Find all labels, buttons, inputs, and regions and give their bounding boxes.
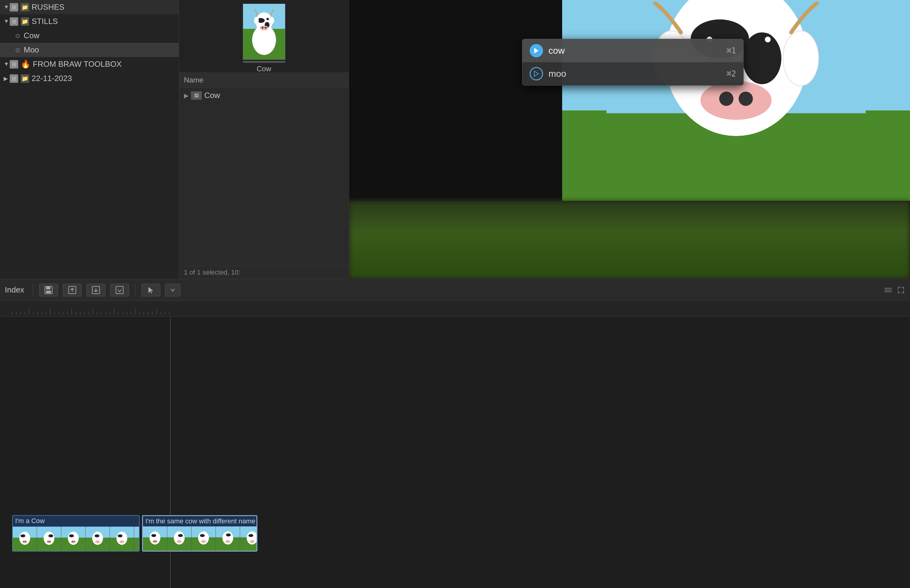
svg-point-118: [154, 541, 155, 542]
svg-point-22: [756, 33, 774, 51]
cow-thumbnail-svg: [243, 4, 285, 60]
video-clip-1[interactable]: I'm a Cow: [12, 515, 140, 552]
fire-icon: 🔥: [21, 60, 30, 69]
svg-point-81: [23, 540, 27, 543]
toolbar-divider-1: [33, 284, 33, 296]
clip-1-filmstrip: [13, 527, 139, 551]
save-icon: [44, 286, 53, 294]
toolbar-btn-import[interactable]: [87, 284, 105, 296]
preview-cow-svg: [562, 0, 910, 201]
timeline-tracks: I'm a Cow: [0, 317, 910, 588]
frame-svg-c2-5: [240, 527, 257, 551]
media-thumbnail-area: Cow: [179, 0, 349, 73]
sidebar: ▼ ⊞ 📁 RUSHES ▼ ⊞ 📁 STILLS ⊙ Cow ⊙ Moo: [0, 0, 179, 279]
sidebar-item-rushes[interactable]: ▼ ⊞ 📁 RUSHES: [0, 0, 179, 14]
svg-point-11: [254, 17, 259, 24]
arrow-icon: ▼: [4, 4, 10, 10]
toolbar-divider-2: [135, 284, 136, 296]
bottom-section: Index: [0, 279, 910, 588]
svg-point-138: [249, 534, 254, 537]
zoom-icon: [883, 286, 893, 294]
clip-row: I'm a Cow: [0, 515, 910, 552]
filmstrip-frame: [134, 527, 139, 551]
svg-point-95: [71, 540, 76, 543]
preview-dark-left: [349, 0, 562, 201]
svg-point-6: [260, 26, 268, 30]
toolbar-btn-dropdown[interactable]: [165, 284, 180, 296]
braw-arrow-icon: ▼: [4, 61, 10, 67]
clip-1-title: I'm a Cow: [13, 516, 139, 526]
svg-point-87: [48, 534, 53, 537]
svg-rect-31: [46, 291, 51, 293]
dropdown-item-moo[interactable]: moo ⌘2: [522, 62, 744, 85]
moo-link-icon: ⊙: [15, 47, 21, 54]
frame-svg: [13, 527, 37, 551]
cursor-icon: [146, 286, 156, 294]
sidebar-item-from-braw[interactable]: ▼ ⊞ 🔥 FROM BRAW TOOLBOX: [0, 57, 179, 71]
dropdown-moo-shortcut: ⌘2: [727, 69, 736, 78]
svg-rect-38: [0, 301, 910, 315]
dropdown-overlay: cow ⌘1 moo ⌘2: [522, 39, 744, 86]
arrow-right-outline-icon: [532, 70, 540, 78]
rushes-folder-icon: 📁: [21, 3, 29, 11]
item-expand-arrow: ▶: [184, 92, 189, 99]
svg-point-20: [739, 92, 753, 106]
cow-thumbnail[interactable]: [243, 4, 285, 60]
filmstrip-frame: [37, 527, 61, 551]
svg-point-133: [226, 533, 231, 536]
ruler-svg: [0, 301, 910, 315]
media-status: 1 of 1 selected, 10:: [179, 266, 349, 279]
video-clip-2[interactable]: I'm the same cow with different name: [142, 515, 257, 552]
toolbar-btn-save[interactable]: [39, 284, 58, 296]
svg-point-134: [226, 540, 230, 543]
date-folder-icon: 📁: [21, 74, 29, 83]
dropdown-item-cow[interactable]: cow ⌘1: [522, 39, 744, 62]
frame-svg-c2-1: [143, 527, 167, 551]
media-browser: Cow Name ▶ 🖼 Cow 1 of 1 selected, 10:: [179, 0, 349, 279]
svg-rect-109: [134, 538, 139, 551]
frame-svg-5: [110, 527, 134, 551]
sidebar-item-date[interactable]: ▶ ⊞ 📁 22-11-2023: [0, 71, 179, 86]
clip-2-title: I'm the same cow with different name: [143, 516, 257, 527]
filmstrip-frame: [216, 527, 240, 551]
toolbar-btn-cursor[interactable]: [141, 284, 160, 296]
svg-point-8: [264, 27, 266, 29]
filmstrip-frame: [143, 527, 167, 551]
svg-point-12: [269, 17, 274, 24]
frame-svg-c2-2: [167, 527, 191, 551]
top-section: ▼ ⊞ 📁 RUSHES ▼ ⊞ 📁 STILLS ⊙ Cow ⊙ Moo: [0, 0, 910, 279]
preview-bottom-blur: [349, 201, 910, 279]
sidebar-item-cow[interactable]: ⊙ Cow: [0, 29, 179, 43]
stills-icon: ⊞: [10, 17, 18, 26]
toolbar-btn-export[interactable]: [63, 284, 82, 296]
ruler-ticks: [0, 301, 910, 317]
svg-rect-30: [46, 286, 50, 289]
timeline-ruler: [0, 301, 910, 317]
frame-svg-3: [61, 527, 85, 551]
filmstrip-frame: [110, 527, 134, 551]
chevron-down-icon: [170, 286, 176, 294]
svg-point-119: [155, 541, 156, 542]
svg-point-88: [47, 540, 52, 543]
fit-icon: [897, 286, 905, 294]
svg-point-97: [73, 541, 75, 542]
media-list: ▶ 🖼 Cow: [179, 88, 349, 266]
sidebar-item-rushes-label: RUSHES: [32, 2, 175, 12]
svg-point-123: [178, 534, 183, 537]
toolbar-btn-down[interactable]: [110, 284, 129, 296]
frame-svg-6: [134, 527, 139, 551]
sidebar-item-moo[interactable]: ⊙ Moo: [0, 43, 179, 57]
svg-point-116: [152, 534, 156, 537]
arrow-right-filled-icon: [532, 47, 540, 55]
sidebar-item-stills[interactable]: ▼ ⊞ 📁 STILLS: [0, 14, 179, 29]
svg-point-101: [95, 534, 100, 537]
preview-cow-top: [562, 0, 910, 201]
svg-point-82: [23, 541, 24, 542]
preview-area: cow ⌘1 moo ⌘2: [349, 0, 910, 279]
cow-link-icon: ⊙: [15, 32, 21, 39]
stills-folder-icon: 📁: [21, 17, 29, 26]
filmstrip-frame: [192, 527, 216, 551]
media-list-item-cow[interactable]: ▶ 🖼 Cow: [179, 88, 349, 103]
svg-point-129: [201, 540, 206, 543]
rushes-icon: ⊞: [10, 3, 18, 11]
